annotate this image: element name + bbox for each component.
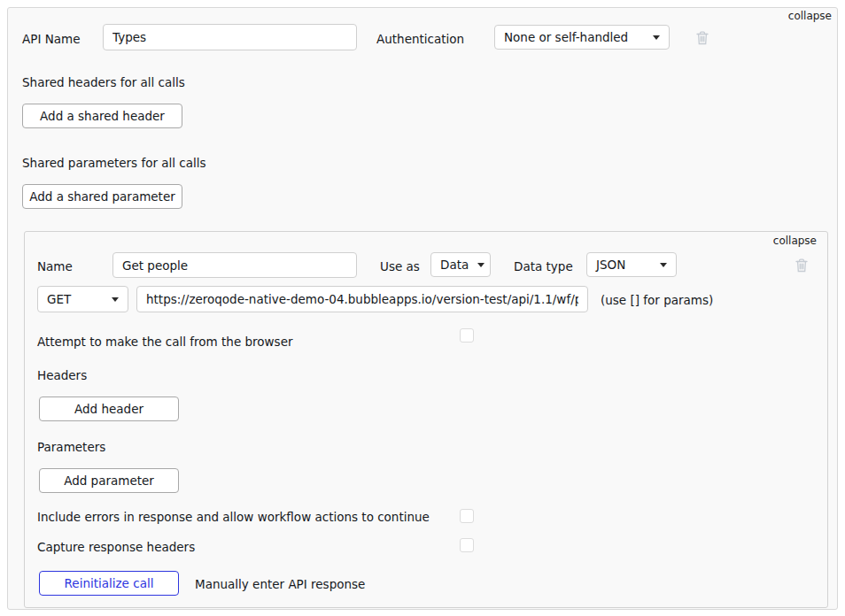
capture-headers-label: Capture response headers <box>37 540 195 554</box>
use-as-select-value: Data <box>440 258 469 272</box>
browser-call-checkbox[interactable] <box>460 328 474 343</box>
api-name-label: API Name <box>22 32 80 46</box>
call-collapse-link[interactable]: collapse <box>773 235 817 247</box>
api-name-input[interactable] <box>103 24 357 50</box>
url-params-hint: (use [] for params) <box>601 293 713 307</box>
call-name-label: Name <box>37 259 73 273</box>
http-method-select-value: GET <box>47 292 71 306</box>
authentication-select[interactable]: None or self-handled <box>494 25 670 50</box>
delete-call-trash-icon[interactable] <box>795 258 809 273</box>
http-method-select[interactable]: GET <box>37 286 128 312</box>
include-errors-checkbox[interactable] <box>460 509 474 523</box>
add-header-button[interactable]: Add header <box>39 397 179 421</box>
use-as-label: Use as <box>380 259 420 273</box>
manual-response-link[interactable]: Manually enter API response <box>195 577 365 591</box>
authentication-select-value: None or self-handled <box>504 30 628 44</box>
include-errors-label: Include errors in response and allow wor… <box>37 510 430 524</box>
chevron-down-icon <box>660 263 667 267</box>
authentication-label: Authentication <box>376 32 464 46</box>
headers-label: Headers <box>37 368 87 382</box>
data-type-select-value: JSON <box>596 258 625 272</box>
add-parameter-button[interactable]: Add parameter <box>39 468 179 493</box>
add-shared-parameter-button[interactable]: Add a shared parameter <box>22 184 182 209</box>
chevron-down-icon <box>653 35 660 40</box>
delete-api-trash-icon[interactable] <box>695 30 709 46</box>
chevron-down-icon <box>477 263 485 267</box>
chevron-down-icon <box>112 297 119 302</box>
use-as-select[interactable]: Data <box>430 252 491 277</box>
api-call-card: collapse Name Use as Data Data type JSON… <box>24 231 828 608</box>
call-name-input[interactable] <box>112 252 357 278</box>
api-connector-card: collapse API Name Authentication None or… <box>7 7 838 610</box>
browser-call-label: Attempt to make the call from the browse… <box>37 335 293 349</box>
call-url-input[interactable] <box>136 286 588 312</box>
shared-headers-label: Shared headers for all calls <box>22 75 185 89</box>
reinitialize-call-button[interactable]: Reinitialize call <box>39 571 179 596</box>
data-type-label: Data type <box>514 259 573 273</box>
parameters-label: Parameters <box>37 440 105 454</box>
shared-parameters-label: Shared parameters for all calls <box>22 156 206 170</box>
data-type-select[interactable]: JSON <box>586 252 677 277</box>
api-collapse-link[interactable]: collapse <box>788 10 832 22</box>
add-shared-header-button[interactable]: Add a shared header <box>22 104 182 128</box>
capture-headers-checkbox[interactable] <box>460 538 474 552</box>
